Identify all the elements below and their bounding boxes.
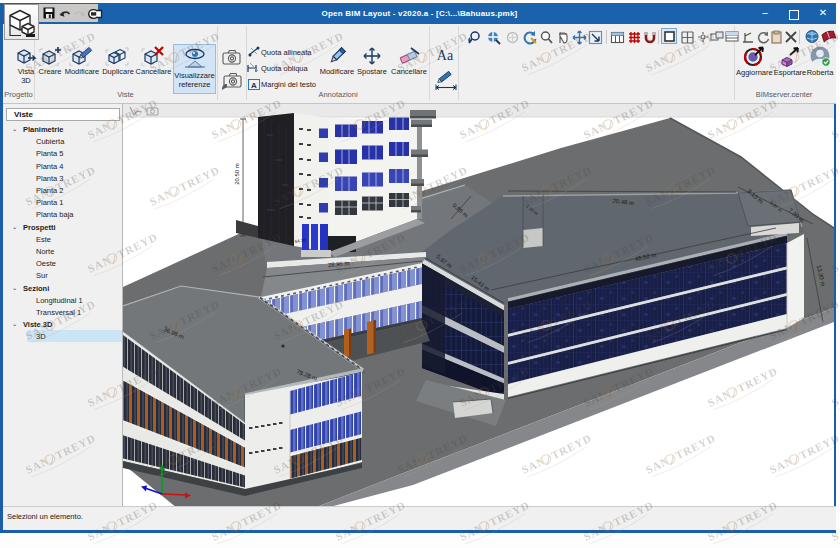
svg-text:20.50 m: 20.50 m [234, 163, 240, 185]
svg-text:A: A [251, 81, 257, 90]
